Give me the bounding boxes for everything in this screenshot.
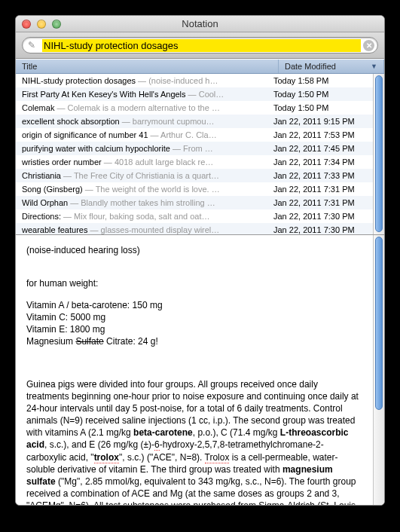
column-title[interactable]: Title bbox=[16, 60, 279, 73]
row-title: Wild Orphan — Blandly mother takes him s… bbox=[16, 198, 267, 207]
row-title: wristies order number — 4018 adult large… bbox=[16, 157, 267, 167]
list-scrollbar[interactable] bbox=[373, 74, 384, 234]
content-scrollbar[interactable] bbox=[373, 235, 384, 505]
search-input[interactable] bbox=[42, 39, 361, 52]
row-title: wearable features — glasses-mounted disp… bbox=[16, 225, 267, 234]
table-row[interactable]: First Party At Ken Kesey's With Hell's A… bbox=[16, 87, 373, 101]
row-date: Jan 22, 2011 7:45 PM bbox=[267, 144, 373, 153]
note-text[interactable]: (noise-induced hearing loss) for human w… bbox=[16, 235, 373, 505]
clear-icon[interactable]: ✕ bbox=[363, 40, 374, 51]
row-date: Jan 22, 2011 7:34 PM bbox=[267, 157, 373, 167]
row-title: Directions: — Mix flour, baking soda, sa… bbox=[16, 212, 267, 221]
minimize-icon[interactable] bbox=[37, 20, 46, 29]
table-row[interactable]: NIHL-study protection dosages — (noise-i… bbox=[16, 74, 373, 87]
row-date: Jan 22, 2011 7:31 PM bbox=[267, 198, 373, 207]
note-line: Vitamin C: 5000 mg bbox=[26, 311, 362, 323]
pencil-icon: ✎ bbox=[28, 40, 35, 50]
note-line: for human weight: bbox=[26, 277, 362, 289]
window-title: Notation bbox=[16, 18, 384, 29]
row-title: excellent shock absorption — barrymount … bbox=[16, 117, 267, 126]
row-title: purifying water with calcium hypochlorit… bbox=[16, 144, 267, 153]
search-field-wrap: ✎ ✕ bbox=[22, 37, 378, 54]
row-date: Today 1:58 PM bbox=[267, 76, 373, 85]
table-row[interactable]: excellent shock absorption — barrymount … bbox=[16, 115, 373, 128]
list-scrollbar-thumb[interactable] bbox=[375, 75, 383, 232]
column-date-modified[interactable]: Date Modified ▼ bbox=[279, 60, 384, 73]
row-date: Jan 22, 2011 9:15 PM bbox=[267, 117, 373, 126]
table-row[interactable]: Colemak — Colemak is a modern alternativ… bbox=[16, 101, 373, 115]
note-line: Vitamin A / beta-carotene: 150 mg bbox=[26, 299, 362, 311]
note-line bbox=[26, 256, 362, 268]
table-row[interactable]: purifying water with calcium hypochlorit… bbox=[16, 142, 373, 155]
row-title: Christiania — The Free City of Christian… bbox=[16, 171, 267, 180]
table-row[interactable]: origin of significance of number 41 — Ar… bbox=[16, 128, 373, 142]
row-date: Jan 22, 2011 7:30 PM bbox=[267, 225, 373, 234]
table-row[interactable]: Song (Ginsberg) — The weight of the worl… bbox=[16, 182, 373, 196]
row-date: Today 1:50 PM bbox=[267, 90, 373, 99]
row-date: Today 1:50 PM bbox=[267, 103, 373, 112]
note-line: (noise-induced hearing loss) bbox=[26, 244, 362, 256]
note-paragraph: Guinea pigs were divided into four group… bbox=[26, 378, 362, 506]
table-row[interactable]: wristies order number — 4018 adult large… bbox=[16, 155, 373, 169]
search-bar: ✎ ✕ bbox=[16, 32, 384, 59]
row-title: First Party At Ken Kesey's With Hell's A… bbox=[16, 90, 267, 99]
table-row[interactable]: Wild Orphan — Blandly mother takes him s… bbox=[16, 196, 373, 209]
row-title: NIHL-study protection dosages — (noise-i… bbox=[16, 76, 267, 85]
row-date: Jan 22, 2011 7:33 PM bbox=[267, 171, 373, 180]
note-list: NIHL-study protection dosages — (noise-i… bbox=[16, 74, 384, 235]
content-scrollbar-thumb[interactable] bbox=[375, 237, 383, 410]
row-title: Colemak — Colemak is a modern alternativ… bbox=[16, 103, 267, 112]
row-date: Jan 22, 2011 7:31 PM bbox=[267, 185, 373, 194]
note-line: Magnesium Sulfate Citrate: 24 g! bbox=[26, 335, 362, 347]
row-date: Jan 22, 2011 7:30 PM bbox=[267, 212, 373, 221]
zoom-icon[interactable] bbox=[52, 20, 61, 29]
column-headers: Title Date Modified ▼ bbox=[16, 59, 384, 74]
note-content: (noise-induced hearing loss) for human w… bbox=[16, 235, 384, 505]
row-date: Jan 22, 2011 7:53 PM bbox=[267, 130, 373, 139]
row-title: Song (Ginsberg) — The weight of the worl… bbox=[16, 185, 267, 194]
traffic-lights bbox=[16, 20, 61, 29]
note-line: Vitamin E: 1800 mg bbox=[26, 323, 362, 335]
note-list-rows: NIHL-study protection dosages — (noise-i… bbox=[16, 74, 373, 234]
sort-indicator-icon: ▼ bbox=[371, 63, 377, 70]
app-window: Notation ✎ ✕ Title Date Modified ▼ NIHL-… bbox=[15, 15, 385, 506]
titlebar[interactable]: Notation bbox=[16, 16, 384, 32]
close-icon[interactable] bbox=[22, 20, 31, 29]
table-row[interactable]: Christiania — The Free City of Christian… bbox=[16, 169, 373, 182]
table-row[interactable]: wearable features — glasses-mounted disp… bbox=[16, 223, 373, 234]
note-line bbox=[26, 356, 362, 368]
table-row[interactable]: Directions: — Mix flour, baking soda, sa… bbox=[16, 209, 373, 223]
column-date-label: Date Modified bbox=[285, 62, 336, 71]
row-title: origin of significance of number 41 — Ar… bbox=[16, 130, 267, 139]
